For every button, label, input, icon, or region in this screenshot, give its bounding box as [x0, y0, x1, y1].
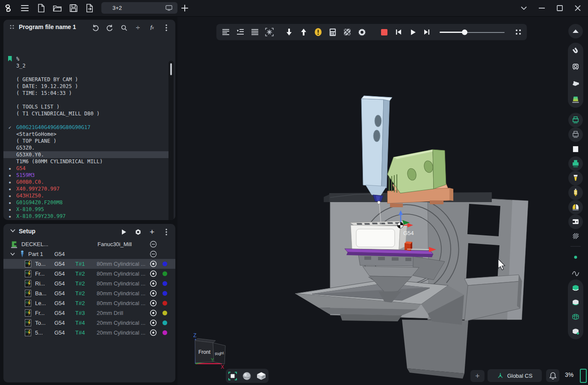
setup-settings-icon[interactable] — [132, 226, 144, 238]
operation-visibility-radio[interactable] — [150, 318, 157, 328]
operation-visibility-radio[interactable] — [150, 269, 157, 279]
indent-step-icon[interactable] — [234, 26, 246, 38]
code-line[interactable]: X-810.995 — [3, 206, 170, 213]
machine-minus-icon[interactable] — [150, 239, 157, 249]
machine-view-icon[interactable] — [568, 60, 583, 74]
simulate-play-icon[interactable] — [118, 226, 130, 238]
fixture-filled-icon[interactable] — [568, 156, 583, 171]
surface-silver-icon[interactable] — [568, 295, 583, 309]
operation-visibility-radio[interactable] — [150, 259, 157, 269]
code-line[interactable]: ( TIME: 15:04:33 ) — [3, 90, 170, 97]
code-line[interactable]: G01G94Z0.F200M8 — [3, 199, 170, 206]
isometric-view-icon[interactable] — [256, 371, 266, 381]
new-file-button[interactable] — [35, 2, 47, 14]
operation-visibility-radio[interactable] — [150, 298, 157, 308]
setup-operation-row[interactable]: G To... G54 T#1 80mm Cylindrical ... — [3, 259, 175, 269]
selection-gear-icon[interactable] — [263, 26, 275, 38]
operation-color-dot[interactable] — [163, 269, 167, 279]
open-file-button[interactable] — [51, 2, 63, 14]
operation-color-dot[interactable] — [163, 288, 167, 298]
skip-start-button[interactable] — [393, 26, 405, 38]
speed-slider[interactable] — [440, 32, 505, 33]
material-pattern-icon[interactable] — [341, 26, 353, 38]
operation-visibility-radio[interactable] — [150, 308, 157, 318]
expression-fx-icon[interactable]: fx — [146, 22, 158, 33]
stock-square-icon[interactable] — [568, 142, 583, 156]
setup-kebab-menu-icon[interactable] — [160, 226, 172, 238]
setup-operation-row[interactable]: G To... G54 T#4 20mm Cylindrical ... — [3, 318, 175, 328]
workspace-chevron-button[interactable] — [517, 2, 530, 14]
fixture-outline-active-icon[interactable] — [568, 113, 583, 127]
code-line[interactable]: G43H1Z50. — [3, 192, 170, 199]
speed-slider-thumb[interactable] — [462, 29, 467, 35]
add-setup-icon[interactable]: + — [146, 226, 158, 238]
add-tab-button[interactable] — [179, 2, 191, 14]
code-line[interactable]: % — [3, 56, 170, 62]
align-lines-icon[interactable] — [220, 26, 232, 38]
code-line[interactable]: ( T1 CYLINDRICAL_MILL D80 ) — [3, 110, 170, 117]
code-line[interactable]: G53X0.Y0. — [3, 151, 170, 158]
document-tab[interactable]: 3+2 — [101, 2, 177, 14]
code-line[interactable] — [3, 117, 170, 124]
arrow-down-icon[interactable] — [283, 26, 295, 38]
tool-icon[interactable] — [568, 171, 583, 185]
operation-visibility-radio[interactable] — [150, 328, 157, 338]
code-line[interactable]: T1M6 (80MM CYLINDRICAL MILL) — [3, 158, 170, 165]
code-line[interactable]: G00B0.C0. — [3, 179, 170, 185]
shaded-view-icon[interactable] — [242, 371, 251, 381]
code-line[interactable]: G54 — [3, 165, 170, 172]
setup-operation-row[interactable]: G Fr... G54 T#3 20mm Drill — [3, 308, 175, 318]
warning-icon[interactable] — [312, 26, 324, 38]
redo-icon[interactable] — [104, 22, 115, 33]
code-line[interactable]: ( TOOLS LIST ) — [3, 103, 170, 110]
curve-icon[interactable] — [568, 266, 583, 280]
part-minus-icon[interactable] — [150, 249, 157, 259]
setup-machine-row[interactable]: DECKEL... Fanuc30i_Mill — [3, 239, 175, 249]
undo-icon[interactable] — [90, 22, 101, 33]
surface-mesh-icon[interactable] — [568, 309, 583, 324]
fit-view-icon[interactable] — [228, 371, 237, 381]
point-icon[interactable] — [568, 250, 583, 265]
list-lines-icon[interactable] — [249, 26, 261, 38]
code-line[interactable]: X40.99 — [3, 220, 170, 220]
arrow-up-icon[interactable] — [298, 26, 310, 38]
operation-color-dot[interactable] — [163, 318, 167, 328]
fixture-outline-icon[interactable] — [568, 127, 583, 142]
control-panel-icon[interactable] — [568, 215, 583, 229]
setup-part-row[interactable]: Part 1 G54 — [3, 249, 175, 259]
calculator-icon[interactable] — [327, 26, 339, 38]
code-line[interactable] — [3, 69, 170, 76]
tool-holder-icon[interactable] — [568, 200, 583, 215]
surface-green-icon[interactable] — [568, 280, 583, 295]
drill-icon[interactable] — [568, 185, 583, 200]
operation-color-dot[interactable] — [163, 308, 167, 318]
hatch-pattern-icon[interactable] — [568, 229, 583, 243]
gear-icon[interactable] — [356, 26, 368, 38]
kebab-menu-icon[interactable] — [160, 22, 172, 33]
part-expand-chevron[interactable] — [10, 249, 15, 259]
operation-color-dot[interactable] — [163, 279, 167, 288]
global-cs-button[interactable]: Global CS — [488, 369, 542, 382]
operation-visibility-radio[interactable] — [150, 279, 157, 288]
code-line[interactable]: ( TOP PLANE ) — [3, 138, 170, 144]
code-line[interactable]: X40.99Y270.997 — [3, 185, 170, 192]
surface-point-icon[interactable] — [568, 324, 583, 338]
save-button[interactable] — [68, 2, 80, 14]
collapse-chevron-icon[interactable] — [10, 229, 15, 232]
stock-icon[interactable] — [568, 92, 583, 107]
maximize-button[interactable] — [553, 2, 566, 14]
code-line[interactable]: G53Z0. — [3, 144, 170, 151]
code-scrollbar-thumb[interactable] — [170, 63, 172, 75]
skip-end-button[interactable] — [421, 26, 433, 38]
code-line[interactable]: ( DATE: 19.12.2025 ) — [3, 83, 170, 90]
minimize-button[interactable] — [535, 2, 548, 14]
play-button[interactable] — [407, 26, 419, 38]
operation-color-dot[interactable] — [163, 328, 167, 338]
code-line[interactable]: G00G21G40G49G69G80G90G17 — [3, 124, 170, 131]
operation-visibility-radio[interactable] — [150, 288, 157, 298]
setup-operation-row[interactable]: G Le... G54 T#2 80mm Cylindrical ... — [3, 298, 175, 308]
notifications-button[interactable] — [546, 369, 559, 382]
close-button[interactable] — [571, 2, 584, 14]
setup-operation-row[interactable]: G Fr... G54 T#2 80mm Cylindrical ... — [3, 269, 175, 279]
code-line[interactable]: S159M3 — [3, 172, 170, 179]
